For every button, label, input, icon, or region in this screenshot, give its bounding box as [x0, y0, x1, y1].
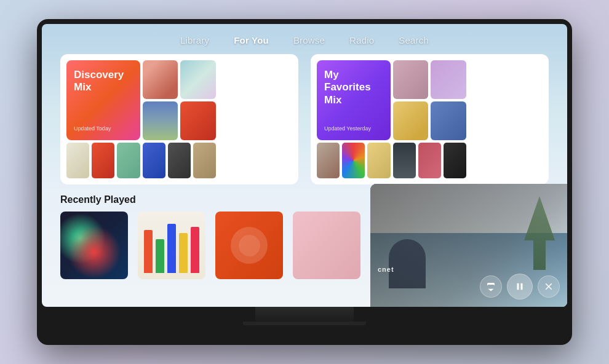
discovery-small-2	[92, 143, 114, 178]
mix-cards-area: Discovery Mix Updated Today	[42, 54, 567, 184]
nav-for-you[interactable]: For You	[234, 35, 269, 46]
close-icon	[543, 281, 554, 292]
nav-browse[interactable]: Browse	[293, 35, 325, 46]
album-wolves[interactable]	[293, 212, 360, 279]
favorites-small-2	[342, 143, 365, 178]
pause-icon	[514, 281, 525, 292]
video-overlay: cnet	[370, 184, 567, 307]
favorites-small-6	[444, 143, 466, 178]
favorites-mix-updated: Updated Yesterday	[324, 125, 383, 132]
discovery-small-5	[168, 143, 191, 178]
tv-frame: Library For You Browse Radio Search Disc…	[37, 19, 572, 345]
favorites-small-3	[367, 143, 390, 178]
close-button[interactable]	[538, 275, 560, 298]
discovery-small-4	[143, 143, 165, 178]
favorites-mix-title: My Favorites Mix	[324, 69, 383, 106]
discovery-mix-main: Discovery Mix Updated Today	[66, 60, 140, 140]
nav-bar: Library For You Browse Radio Search	[42, 24, 567, 54]
video-person	[389, 239, 426, 288]
nav-search[interactable]: Search	[399, 35, 429, 46]
discovery-mix-thumbs	[143, 60, 217, 140]
discovery-mix-updated: Updated Today	[74, 125, 133, 132]
favorites-small-5	[418, 143, 441, 178]
tv-screen: Library For You Browse Radio Search Disc…	[42, 24, 567, 307]
tv-stand	[255, 307, 354, 325]
favorites-thumb-4	[431, 101, 466, 140]
discovery-small-1	[66, 143, 89, 178]
pause-button[interactable]	[507, 274, 533, 299]
nav-radio[interactable]: Radio	[349, 35, 374, 46]
discovery-bottom-row	[66, 143, 216, 178]
discovery-thumb-3	[143, 101, 178, 140]
favorites-thumb-1	[393, 60, 429, 99]
discovery-small-3	[117, 143, 140, 178]
favorites-thumb-3	[393, 101, 429, 140]
cnet-badge: cnet	[378, 266, 394, 273]
discovery-thumb-2	[180, 60, 216, 99]
airplay-button[interactable]	[480, 275, 502, 298]
favorites-mix-thumbs	[393, 60, 467, 140]
discovery-mix-title: Discovery Mix	[74, 69, 133, 94]
favorites-small-4	[393, 143, 416, 178]
album-against-current[interactable]	[60, 212, 128, 279]
favorites-thumb-2	[431, 60, 466, 99]
favorites-mix-card[interactable]: My Favorites Mix Updated Yesterday	[311, 54, 549, 184]
discovery-small-6	[193, 143, 216, 178]
favorites-mix-main: My Favorites Mix Updated Yesterday	[317, 60, 391, 140]
discovery-thumb-4	[180, 101, 216, 140]
discovery-thumb-1	[143, 60, 178, 99]
album-vertigo[interactable]	[215, 212, 283, 279]
video-controls	[480, 274, 560, 299]
favorites-bottom-row	[317, 143, 466, 178]
nav-library[interactable]: Library	[180, 35, 209, 46]
airplay-icon	[485, 281, 496, 292]
discovery-mix-card[interactable]: Discovery Mix Updated Today	[60, 54, 298, 184]
favorites-small-1	[317, 143, 340, 178]
album-strokes[interactable]	[138, 212, 205, 279]
